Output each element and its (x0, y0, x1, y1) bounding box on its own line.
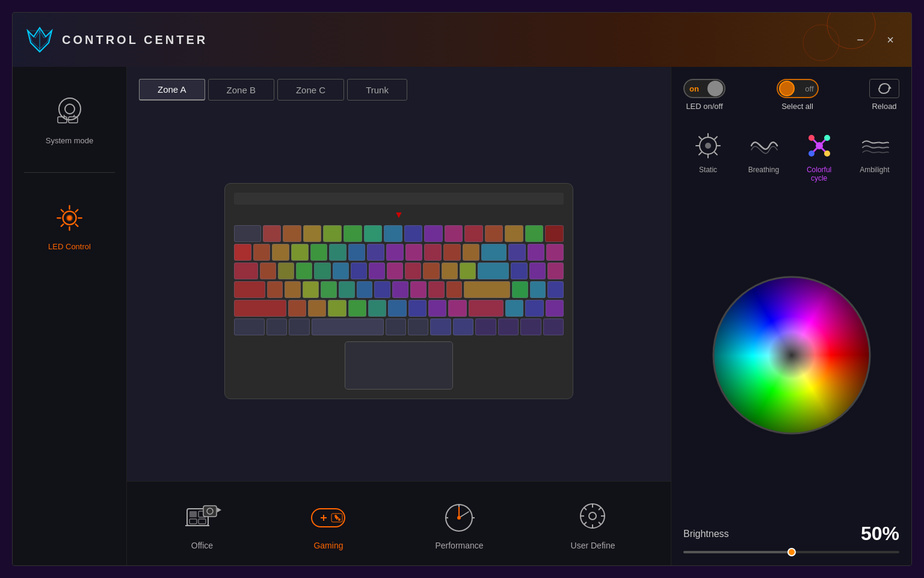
svg-point-34 (338, 518, 340, 521)
title-bar: CONTROL CENTER − × (13, 13, 911, 67)
svg-line-52 (599, 522, 601, 524)
mode-user-define[interactable]: User Define (559, 491, 627, 556)
svg-point-72 (816, 142, 823, 149)
ambilight-effect-label: Ambilight (860, 166, 889, 174)
tab-zone-a[interactable]: Zone A (139, 79, 205, 101)
svg-point-5 (65, 104, 75, 114)
mode-gaming[interactable]: Gaming (297, 491, 360, 556)
main-content: System mode (13, 67, 911, 565)
brightness-slider-fill (683, 551, 792, 553)
colorful-cycle-icon (804, 131, 834, 161)
mode-office[interactable]: Office (170, 491, 233, 556)
svg-point-68 (808, 135, 815, 141)
svg-point-46 (589, 512, 596, 520)
sidebar: System mode (13, 67, 127, 565)
led-control-icon (52, 200, 88, 236)
select-all-knob (779, 81, 795, 96)
svg-rect-30 (312, 509, 345, 527)
led-on-off-group: on LED on/off (683, 79, 725, 111)
svg-rect-24 (199, 519, 206, 524)
ambilight-icon (860, 131, 890, 161)
effect-breathing[interactable]: Breathing (739, 126, 788, 187)
laptop-logo-icon: ▼ (234, 210, 564, 220)
tab-trunk[interactable]: Trunk (347, 79, 407, 101)
performance-mode-label: Performance (435, 541, 483, 550)
app-logo-icon (25, 25, 55, 55)
minimize-button[interactable]: − (851, 31, 869, 49)
effect-static[interactable]: Static (683, 126, 733, 187)
svg-marker-55 (888, 86, 892, 89)
select-all-group: off Select all (777, 79, 819, 111)
app-window: CONTROL CENTER − × (12, 12, 912, 566)
breathing-effect-label: Breathing (748, 166, 779, 174)
office-mode-label: Office (191, 541, 213, 550)
effect-ambilight[interactable]: Ambilight (850, 126, 899, 187)
close-button[interactable]: × (881, 31, 899, 49)
brightness-value: 50% (861, 523, 899, 545)
brightness-label: Brightness (683, 529, 729, 539)
brightness-section: Brightness 50% (683, 523, 899, 553)
effect-colorful-cycle[interactable]: Colorfulcycle (795, 126, 844, 187)
svg-marker-29 (217, 508, 221, 512)
sidebar-item-led-control[interactable]: LED Control (13, 191, 126, 260)
svg-rect-27 (203, 506, 217, 517)
color-wheel-canvas[interactable] (707, 271, 876, 440)
effects-row: Static Breathing (683, 126, 899, 187)
reload-icon (869, 79, 899, 98)
logo-area: CONTROL CENTER (25, 25, 208, 55)
led-on-toggle[interactable]: on (683, 79, 725, 98)
sidebar-led-control-label: LED Control (48, 242, 91, 251)
center-panel: Zone A Zone B Zone C Trunk ▼ (127, 67, 671, 565)
user-define-mode-icon (573, 497, 612, 536)
right-panel: on LED on/off off Select all (671, 67, 911, 565)
sidebar-system-mode-label: System mode (46, 136, 93, 145)
svg-line-64 (699, 152, 701, 155)
svg-line-54 (584, 522, 587, 524)
svg-point-70 (808, 151, 815, 157)
svg-point-71 (824, 151, 830, 157)
select-all-toggle[interactable]: off (777, 79, 819, 98)
mode-performance[interactable]: Performance (423, 491, 495, 556)
svg-point-65 (705, 143, 711, 149)
svg-line-17 (75, 224, 78, 226)
svg-line-61 (699, 137, 701, 139)
system-mode-icon (52, 94, 88, 130)
svg-line-16 (61, 210, 63, 212)
tab-zone-c[interactable]: Zone C (277, 79, 344, 101)
office-mode-icon (182, 497, 221, 536)
breathing-icon (748, 131, 778, 161)
led-on-label: on (689, 84, 699, 93)
sidebar-divider (24, 172, 115, 173)
svg-line-63 (715, 137, 717, 139)
led-controls: on LED on/off off Select all (683, 79, 899, 111)
color-wheel-container[interactable] (683, 196, 899, 514)
static-effect-label: Static (699, 166, 717, 174)
user-define-mode-label: User Define (571, 541, 615, 550)
mode-bar: Office (127, 481, 671, 565)
svg-line-19 (61, 224, 63, 226)
svg-line-18 (75, 210, 78, 212)
keyboard-top-bar (234, 193, 564, 205)
tab-zone-b[interactable]: Zone B (208, 79, 274, 101)
svg-line-51 (584, 508, 587, 510)
svg-point-20 (67, 216, 71, 220)
svg-line-53 (599, 508, 601, 510)
svg-rect-22 (189, 511, 197, 517)
brightness-slider-thumb[interactable] (787, 548, 796, 556)
window-controls: − × (851, 31, 899, 49)
zone-tabs: Zone A Zone B Zone C Trunk (127, 67, 671, 101)
keyboard-grid (234, 225, 564, 335)
keyboard-image: ▼ (224, 183, 573, 399)
keyboard-display: ▼ (127, 101, 671, 481)
color-wheel[interactable] (707, 271, 876, 440)
led-on-knob (707, 81, 723, 96)
select-all-label: Select all (781, 102, 813, 111)
gaming-mode-label: Gaming (313, 541, 343, 550)
svg-rect-6 (58, 117, 67, 123)
reload-button[interactable]: Reload (869, 79, 899, 111)
sidebar-item-system-mode[interactable]: System mode (13, 85, 126, 154)
touchpad (345, 341, 453, 390)
brightness-slider[interactable] (683, 551, 899, 553)
select-all-off-label: off (805, 84, 813, 93)
svg-line-62 (715, 152, 717, 155)
